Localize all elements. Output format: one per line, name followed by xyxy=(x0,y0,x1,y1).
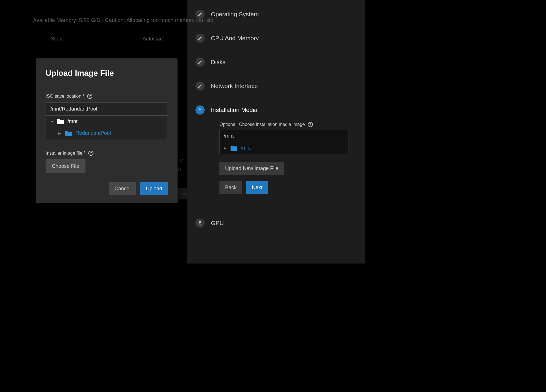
step-cpu-label: CPU And Memory xyxy=(211,35,259,42)
upload-new-image-button[interactable]: Upload New Image File xyxy=(219,162,284,175)
help-icon[interactable]: ? xyxy=(88,151,93,156)
step-gpu[interactable]: 6 GPU xyxy=(187,211,365,235)
pencil-icon xyxy=(195,58,205,67)
choose-file-button[interactable]: Choose File xyxy=(46,159,85,173)
upload-image-file-modal: Upload Image File ISO save location * ? … xyxy=(36,58,178,203)
tree-root-label: /mnt xyxy=(68,119,78,124)
help-icon[interactable]: ? xyxy=(87,94,92,99)
media-tree-label: /mnt xyxy=(241,145,251,151)
iso-path-input[interactable]: /mnt/RedundantPool xyxy=(46,103,168,116)
tree-row-mnt[interactable]: ▼ /mnt xyxy=(46,116,168,127)
wizard-panel: Operating System CPU And Memory Disks Ne… xyxy=(187,0,365,264)
folder-icon xyxy=(57,119,64,124)
media-field-label: Optional: Choose installation media imag… xyxy=(219,122,349,127)
help-icon[interactable]: ? xyxy=(308,122,313,127)
step-network[interactable]: Network Interface xyxy=(187,74,365,98)
col-state: State xyxy=(51,36,63,42)
pencil-icon xyxy=(195,34,205,43)
back-button[interactable]: Back xyxy=(219,181,242,194)
step-disks[interactable]: Disks xyxy=(187,50,365,74)
step-media-label: Installation Media xyxy=(211,107,257,113)
folder-icon xyxy=(65,131,72,136)
media-path-input[interactable]: /mnt xyxy=(220,130,349,142)
installer-image-label: Installer image file * ? xyxy=(46,151,168,156)
media-tree-row-mnt[interactable]: ▶ /mnt xyxy=(220,142,349,154)
tree-row-redundantpool[interactable]: ▶ RedundantPool xyxy=(46,127,168,139)
step-5-badge: 5 xyxy=(195,105,205,115)
next-button[interactable]: Next xyxy=(246,181,268,194)
modal-actions: Cancel Upload xyxy=(46,182,168,195)
modal-title: Upload Image File xyxy=(46,69,168,78)
media-path-tree: /mnt ▶ /mnt xyxy=(219,130,349,154)
step-os[interactable]: Operating System xyxy=(187,2,365,26)
col-autostart: Autostart xyxy=(142,36,163,42)
folder-icon xyxy=(231,146,237,151)
iso-location-tree: /mnt/RedundantPool ▼ /mnt ▶ RedundantPoo… xyxy=(46,102,168,139)
installation-media-content: Optional: Choose installation media imag… xyxy=(187,122,365,200)
step-network-label: Network Interface xyxy=(211,83,258,89)
step-gpu-label: GPU xyxy=(211,220,224,226)
step-os-label: Operating System xyxy=(211,11,259,18)
media-nav-buttons: Back Next xyxy=(219,181,349,194)
step-disks-label: Disks xyxy=(211,59,225,66)
tree-child-label: RedundantPool xyxy=(76,130,111,136)
step-6-badge: 6 xyxy=(195,219,205,228)
iso-save-location-label: ISO save location * ? xyxy=(46,94,168,99)
pencil-icon xyxy=(195,81,205,91)
caret-right-icon: ▶ xyxy=(224,146,227,150)
step-cpu[interactable]: CPU And Memory xyxy=(187,26,365,50)
step-installation-media[interactable]: 5 Installation Media xyxy=(187,98,365,122)
caret-down-icon: ▼ xyxy=(50,120,54,124)
available-memory-text: Available Memory: 5.22 GiB - Caution: Al… xyxy=(33,17,213,23)
cancel-button[interactable]: Cancel xyxy=(109,182,136,195)
bg-column-headers: State Autostart xyxy=(51,36,163,42)
upload-button[interactable]: Upload xyxy=(140,182,168,195)
caret-right-icon: ▶ xyxy=(58,131,62,135)
